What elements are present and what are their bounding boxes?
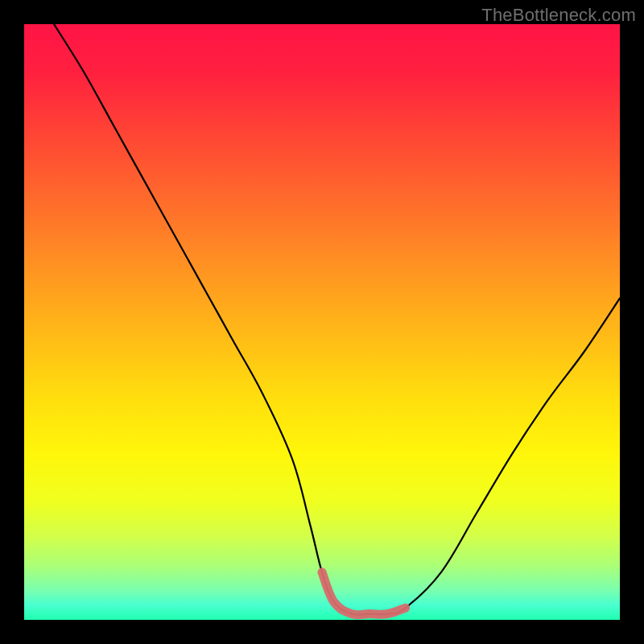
plot-area [24,24,620,620]
chart-svg [24,24,620,620]
bottom-highlight [322,572,406,615]
curve-line [54,24,620,615]
watermark-text: TheBottleneck.com [481,5,636,26]
chart-canvas: TheBottleneck.com [0,0,644,644]
